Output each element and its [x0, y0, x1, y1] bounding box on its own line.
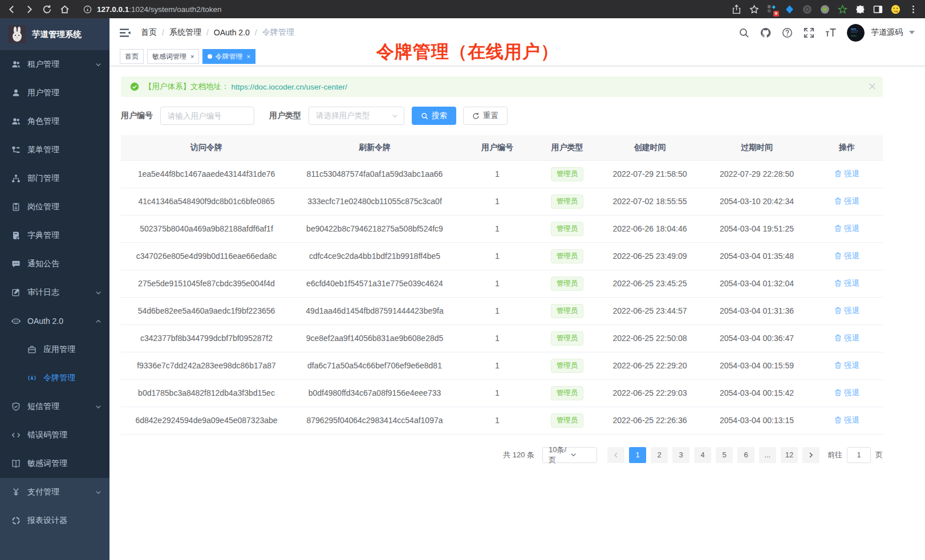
force-logout-button[interactable]: 强退	[834, 169, 859, 179]
breadcrumb-item[interactable]: OAuth 2.0	[214, 28, 250, 37]
page-size-select[interactable]: 10条/页	[542, 447, 597, 463]
side-panel-icon[interactable]	[873, 5, 883, 14]
share-icon[interactable]	[732, 5, 741, 14]
font-size-icon[interactable]	[825, 27, 836, 38]
user-name[interactable]: 芋道源码	[871, 27, 903, 38]
cell-created-time: 2022-06-25 23:44:57	[597, 297, 703, 324]
tag-tab-3[interactable]: 令牌管理×	[202, 49, 255, 64]
tag-close-icon[interactable]: ×	[246, 54, 250, 60]
caret-down-icon[interactable]	[909, 31, 915, 34]
sidebar-item-label: 通知公告	[27, 259, 59, 269]
chevron-down-icon	[95, 62, 102, 68]
more-pages-button[interactable]: ...	[759, 447, 776, 463]
sidebar-item-oauth-token[interactable]: 令牌管理	[0, 364, 109, 392]
cell-access-token: 1ea5e44f8bc1467aaede43144f31de76	[121, 160, 292, 188]
record-extension-icon[interactable]	[820, 5, 830, 14]
sidebar-item-role[interactable]: 角色管理	[0, 107, 109, 136]
green-star-extension-icon[interactable]	[838, 5, 847, 14]
forward-icon[interactable]	[25, 5, 34, 14]
extensions-cluster-icon[interactable]: 9	[767, 5, 777, 14]
tag-tab-1[interactable]: 首页	[120, 49, 144, 64]
goto-page-input[interactable]	[847, 447, 871, 463]
force-logout-button[interactable]: 强退	[834, 224, 859, 234]
address-bar[interactable]: 127.0.0.1:1024/system/oauth2/token	[78, 2, 724, 17]
sidebar-collapse-icon[interactable]	[120, 28, 131, 38]
sidebar-item-notice[interactable]: 通知公告	[0, 250, 109, 278]
force-logout-button[interactable]: 强退	[834, 251, 859, 261]
force-logout-button[interactable]: 强退	[834, 278, 859, 289]
sidebar-item-dept[interactable]: 部门管理	[0, 164, 109, 193]
force-logout-button[interactable]: 强退	[834, 306, 859, 316]
sidebar-item-dict[interactable]: 字典管理	[0, 221, 109, 250]
user-type-select[interactable]: 请选择用户类型	[309, 107, 404, 125]
diamond-extension-icon[interactable]	[785, 5, 794, 14]
help-icon[interactable]	[782, 27, 793, 38]
app-logo[interactable]: 芋道管理系统	[0, 18, 109, 50]
browser-menu-icon[interactable]	[908, 5, 918, 14]
user-id-input[interactable]	[160, 107, 254, 125]
force-logout-button[interactable]: 强退	[834, 415, 859, 425]
home-icon[interactable]	[60, 5, 70, 14]
column-header: 用户类型	[537, 135, 597, 160]
force-logout-label: 强退	[844, 251, 859, 261]
cell-user-id: 1	[457, 297, 537, 324]
page-button-12[interactable]: 12	[781, 447, 798, 463]
force-logout-button[interactable]: 强退	[834, 333, 859, 343]
page-button-6[interactable]: 6	[737, 447, 754, 463]
page-button-2[interactable]: 2	[651, 447, 668, 463]
prev-page-button[interactable]	[607, 447, 624, 463]
user-avatar[interactable]	[847, 24, 865, 42]
fullscreen-icon[interactable]	[804, 27, 814, 38]
trash-icon	[834, 252, 842, 259]
page-size-value: 10条/页	[549, 445, 570, 465]
sidebar-item-report[interactable]: 报表设计器	[0, 506, 109, 535]
search-button-label: 搜索	[432, 111, 447, 121]
search-icon[interactable]	[739, 27, 749, 38]
reload-icon[interactable]	[42, 5, 52, 14]
sidebar-item-tenant[interactable]: 租户管理	[0, 50, 109, 79]
doc-link[interactable]: https://doc.iocoder.cn/user-center/	[232, 83, 347, 91]
profile-emoji-icon[interactable]	[891, 5, 900, 14]
command-extension-icon[interactable]	[802, 5, 812, 14]
page-button-4[interactable]: 4	[694, 447, 711, 463]
sidebar-item-oauth-app[interactable]: 应用管理	[0, 335, 109, 364]
sidebar-item-post[interactable]: 岗位管理	[0, 193, 109, 221]
sidebar-item-label: 租户管理	[27, 59, 59, 70]
breadcrumb-item[interactable]: 首页	[141, 27, 157, 38]
next-page-button[interactable]	[802, 447, 819, 463]
page-button-3[interactable]: 3	[672, 447, 689, 463]
app-icon	[27, 345, 36, 354]
sidebar-item-audit[interactable]: 审计日志	[0, 278, 109, 307]
sidebar-item-pay[interactable]: 支付管理	[0, 478, 109, 506]
force-logout-button[interactable]: 强退	[834, 196, 859, 206]
bookmark-star-icon[interactable]	[749, 5, 759, 14]
column-header: 刷新令牌	[292, 135, 457, 160]
force-logout-button[interactable]: 强退	[834, 360, 859, 371]
github-icon[interactable]	[760, 27, 771, 38]
page-button-1[interactable]: 1	[629, 447, 646, 463]
search-button[interactable]: 搜索	[412, 107, 456, 125]
sidebar-item-errcode[interactable]: 错误码管理	[0, 421, 109, 449]
cell-user-id: 1	[457, 407, 537, 434]
url-path: :1024/system/oauth2/token	[129, 5, 221, 14]
cell-created-time: 2022-06-26 18:04:46	[597, 215, 703, 242]
trash-icon	[834, 334, 842, 342]
tag-tab-2[interactable]: 敏感词管理×	[147, 49, 199, 64]
back-icon[interactable]	[7, 5, 17, 14]
reset-button[interactable]: 重置	[463, 107, 508, 125]
sidebar-item-menu[interactable]: 菜单管理	[0, 136, 109, 164]
sidebar-item-sms[interactable]: 短信管理	[0, 392, 109, 421]
tag-close-icon[interactable]: ×	[190, 54, 194, 60]
force-logout-button[interactable]: 强退	[834, 388, 859, 398]
sidebar-item-sensitive[interactable]: 敏感词管理	[0, 449, 109, 478]
breadcrumb-item[interactable]: 系统管理	[169, 27, 201, 38]
sidebar-item-label: 岗位管理	[27, 202, 59, 212]
page-button-5[interactable]: 5	[716, 447, 733, 463]
cell-actions: 强退	[811, 270, 883, 297]
chevron-down-icon	[95, 290, 102, 296]
sidebar-item-user[interactable]: 用户管理	[0, 79, 109, 107]
site-info-icon[interactable]	[83, 5, 92, 14]
pinwheel-extension-icon[interactable]	[855, 5, 865, 14]
alert-close-icon[interactable]	[869, 83, 876, 90]
sidebar-item-oauth[interactable]: OAuth 2.0	[0, 307, 109, 335]
